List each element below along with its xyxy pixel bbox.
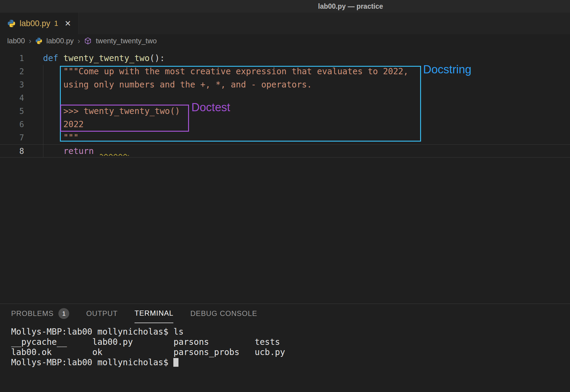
- window-title: lab00.py — practice: [318, 0, 383, 13]
- code-line-text: using only numbers and the +, *, and - o…: [32, 78, 312, 91]
- code-line-text: 2022: [32, 118, 84, 131]
- line-number: 8: [0, 145, 32, 157]
- tab-problem-count: 1: [54, 19, 58, 28]
- code-line-1[interactable]: 1def twenty_twenty_two():: [0, 52, 570, 65]
- code-line-3[interactable]: 3 using only numbers and the +, *, and -…: [0, 78, 570, 91]
- python-icon: [35, 37, 42, 44]
- indent-guide: [43, 65, 43, 158]
- terminal-prompt: Mollys-MBP:lab00 mollynicholas$: [11, 357, 173, 367]
- tab-problems[interactable]: PROBLEMS 1: [11, 304, 69, 323]
- tab-label: lab00.py: [20, 19, 50, 28]
- tab-debug-console[interactable]: DEBUG CONSOLE: [190, 304, 257, 323]
- code-line-text: [32, 91, 43, 105]
- terminal-cursor[interactable]: [173, 358, 178, 367]
- chevron-right-icon: ›: [78, 37, 80, 45]
- line-number: 5: [0, 105, 32, 118]
- line-number: 1: [0, 52, 32, 65]
- code-line-6[interactable]: 6 2022: [0, 118, 570, 131]
- panel-tab-bar: PROBLEMS 1 OUTPUT TERMINAL DEBUG CONSOLE: [0, 304, 570, 323]
- breadcrumb-symbol[interactable]: twenty_twenty_two: [96, 37, 157, 45]
- doctest-annotation-label: Doctest: [191, 101, 230, 114]
- code-line-text: def twenty_twenty_two():: [32, 52, 165, 65]
- terminal-line: Mollys-MBP:lab00 mollynicholas$ ls: [11, 327, 570, 337]
- chevron-right-icon: ›: [29, 37, 31, 45]
- panel-tab-label: PROBLEMS: [11, 309, 54, 318]
- problems-count-badge: 1: [58, 308, 69, 319]
- docstring-annotation-label: Docstring: [423, 63, 472, 76]
- code-line-7[interactable]: 7 """: [0, 131, 570, 144]
- panel-tab-label: TERMINAL: [135, 309, 173, 317]
- line-number: 3: [0, 78, 32, 91]
- breadcrumb-file[interactable]: lab00.py: [46, 37, 74, 45]
- line-number: 6: [0, 118, 32, 131]
- code-line-text: """: [32, 131, 79, 144]
- code-line-8[interactable]: 8 return: [0, 144, 570, 158]
- line-number: 2: [0, 65, 32, 78]
- titlebar[interactable]: lab00.py — practice: [0, 0, 570, 13]
- editor-tab-bar: lab00.py 1 ✕: [0, 13, 570, 34]
- tab-terminal[interactable]: TERMINAL: [135, 304, 173, 323]
- terminal-prompt-line: Mollys-MBP:lab00 mollynicholas$: [11, 357, 570, 368]
- code-line-text: """Come up with the most creative expres…: [32, 65, 408, 78]
- code-line-4[interactable]: 4: [0, 91, 570, 105]
- bottom-panel: PROBLEMS 1 OUTPUT TERMINAL DEBUG CONSOLE…: [0, 304, 570, 392]
- panel-tab-label: OUTPUT: [86, 309, 118, 318]
- panel-tab-label: DEBUG CONSOLE: [190, 309, 257, 318]
- code-editor[interactable]: 1def twenty_twenty_two():2 """Come up wi…: [0, 47, 570, 304]
- tab-lab00py[interactable]: lab00.py 1 ✕: [0, 13, 79, 34]
- tab-output[interactable]: OUTPUT: [86, 304, 118, 323]
- python-icon: [7, 19, 16, 28]
- code-line-text: return: [32, 145, 130, 157]
- close-tab-icon[interactable]: ✕: [64, 19, 71, 28]
- terminal-line: __pycache__ lab00.py parsons tests: [11, 337, 570, 347]
- code-lines: 1def twenty_twenty_two():2 """Come up wi…: [0, 52, 570, 158]
- code-line-5[interactable]: 5 >>> twenty_twenty_two(): [0, 105, 570, 118]
- breadcrumb-folder[interactable]: lab00: [7, 37, 25, 45]
- terminal-line: lab00.ok ok parsons_probs ucb.py: [11, 347, 570, 357]
- code-line-2[interactable]: 2 """Come up with the most creative expr…: [0, 65, 570, 78]
- terminal-output[interactable]: Mollys-MBP:lab00 mollynicholas$ ls __pyc…: [0, 323, 570, 368]
- breadcrumb: lab00 › lab00.py › twenty_twenty_two: [0, 34, 570, 47]
- symbol-namespace-icon: [84, 37, 92, 45]
- code-line-text: >>> twenty_twenty_two(): [32, 105, 180, 118]
- line-number: 7: [0, 131, 32, 144]
- line-number: 4: [0, 91, 32, 105]
- error-squiggle: [100, 146, 130, 160]
